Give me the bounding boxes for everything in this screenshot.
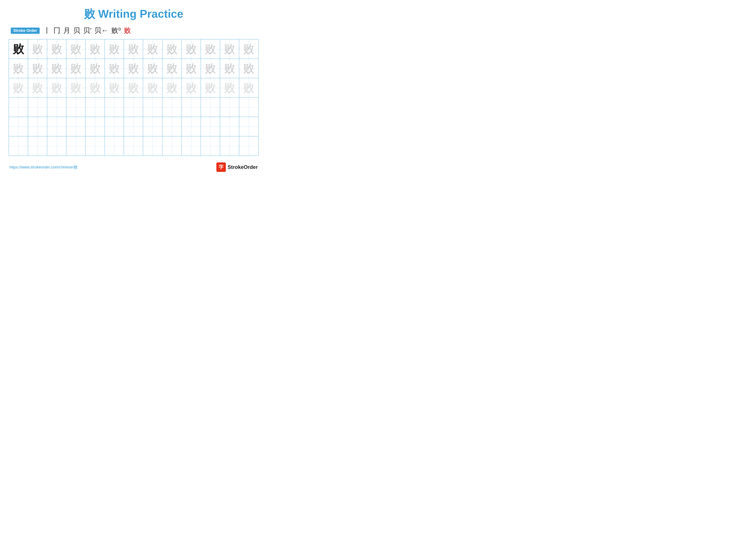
cell-r6-c13[interactable] [239, 136, 258, 156]
stroke-order-row: Stroke Order 丨 冂 月 贝 贝' 贝← 败⁰ 败 [9, 26, 258, 35]
cell-r3-c1[interactable]: 败 [9, 78, 28, 97]
cell-r6-c6[interactable] [105, 136, 124, 156]
cell-r4-c10[interactable] [182, 98, 201, 117]
cell-r1-c11[interactable]: 败 [201, 39, 220, 59]
cell-r2-c8[interactable]: 败 [143, 59, 162, 78]
cell-r4-c5[interactable] [86, 98, 105, 117]
cell-r5-c13[interactable] [239, 117, 258, 136]
cell-r6-c3[interactable] [47, 136, 67, 156]
grid-row-3: 败 败 败 败 败 败 败 败 败 败 败 败 败 [9, 78, 258, 98]
cell-r2-c5[interactable]: 败 [86, 59, 105, 78]
cell-r5-c12[interactable] [220, 117, 239, 136]
cell-r2-c4[interactable]: 败 [67, 59, 86, 78]
cell-r3-c7[interactable]: 败 [124, 78, 143, 97]
footer-url-link[interactable]: https://www.strokeorder.com/chinese/败 [10, 165, 78, 170]
cell-r1-c4[interactable]: 败 [67, 39, 86, 59]
cell-r3-c12[interactable]: 败 [220, 78, 239, 97]
cell-r3-c11[interactable]: 败 [201, 78, 220, 97]
cell-r2-c7[interactable]: 败 [124, 59, 143, 78]
cell-r6-c7[interactable] [124, 136, 143, 156]
stroke-8-final: 败 [124, 26, 131, 35]
cell-r3-c4[interactable]: 败 [67, 78, 86, 97]
cell-r6-c8[interactable] [143, 136, 162, 156]
cell-r5-c5[interactable] [86, 117, 105, 136]
cell-r2-c10[interactable]: 败 [182, 59, 201, 78]
cell-r1-c9[interactable]: 败 [162, 39, 182, 59]
cell-r4-c3[interactable] [47, 98, 67, 117]
stroke-4: 贝 [73, 26, 80, 35]
cell-r6-c4[interactable] [67, 136, 86, 156]
cell-r5-c3[interactable] [47, 117, 67, 136]
cell-r3-c10[interactable]: 败 [182, 78, 201, 97]
cell-r2-c9[interactable]: 败 [162, 59, 182, 78]
cell-r1-c1[interactable]: 败 [9, 39, 28, 59]
cell-r4-c6[interactable] [105, 98, 124, 117]
cell-r1-c7[interactable]: 败 [124, 39, 143, 59]
cell-r5-c10[interactable] [182, 117, 201, 136]
cell-r5-c6[interactable] [105, 117, 124, 136]
cell-r5-c1[interactable] [9, 117, 28, 136]
cell-r6-c9[interactable] [162, 136, 182, 156]
strokeorder-logo-icon: 字 [216, 163, 226, 172]
cell-r1-c5[interactable]: 败 [86, 39, 105, 59]
footer: https://www.strokeorder.com/chinese/败 字 … [9, 163, 258, 172]
cell-r4-c2[interactable] [28, 98, 47, 117]
cell-r5-c11[interactable] [201, 117, 220, 136]
cell-r3-c5[interactable]: 败 [86, 78, 105, 97]
cell-r5-c4[interactable] [67, 117, 86, 136]
cell-r2-c1[interactable]: 败 [9, 59, 28, 78]
stroke-6: 贝← [94, 26, 108, 35]
cell-r5-c8[interactable] [143, 117, 162, 136]
cell-r4-c11[interactable] [201, 98, 220, 117]
stroke-7: 败⁰ [111, 26, 121, 35]
cell-r2-c12[interactable]: 败 [220, 59, 239, 78]
cell-r4-c8[interactable] [143, 98, 162, 117]
cell-r3-c2[interactable]: 败 [28, 78, 47, 97]
cell-r2-c6[interactable]: 败 [105, 59, 124, 78]
cell-r1-c13[interactable]: 败 [239, 39, 258, 59]
grid-row-6 [9, 136, 258, 156]
page-title: 败 Writing Practice [84, 8, 183, 20]
cell-r4-c7[interactable] [124, 98, 143, 117]
cell-r2-c13[interactable]: 败 [239, 59, 258, 78]
stroke-2: 冂 [53, 26, 60, 35]
grid-row-4 [9, 98, 258, 117]
cell-r1-c3[interactable]: 败 [47, 39, 67, 59]
cell-r6-c1[interactable] [9, 136, 28, 156]
cell-r2-c11[interactable]: 败 [201, 59, 220, 78]
cell-r6-c12[interactable] [220, 136, 239, 156]
cell-r6-c2[interactable] [28, 136, 47, 156]
cell-r3-c3[interactable]: 败 [47, 78, 67, 97]
grid-row-2: 败 败 败 败 败 败 败 败 败 败 败 败 败 [9, 59, 258, 78]
cell-r1-c6[interactable]: 败 [105, 39, 124, 59]
footer-logo-text: StrokeOrder [228, 164, 258, 170]
cell-r6-c10[interactable] [182, 136, 201, 156]
cell-r5-c7[interactable] [124, 117, 143, 136]
cell-r4-c4[interactable] [67, 98, 86, 117]
cell-r4-c12[interactable] [220, 98, 239, 117]
practice-grid: 败 败 败 败 败 败 败 败 败 败 败 败 败 败 败 败 败 败 败 败 … [9, 39, 258, 156]
cell-r5-c9[interactable] [162, 117, 182, 136]
cell-r3-c6[interactable]: 败 [105, 78, 124, 97]
stroke-3: 月 [63, 26, 70, 35]
cell-r1-c2[interactable]: 败 [28, 39, 47, 59]
footer-logo: 字 StrokeOrder [216, 163, 258, 172]
cell-r4-c9[interactable] [162, 98, 182, 117]
cell-r1-c12[interactable]: 败 [220, 39, 239, 59]
cell-r1-c10[interactable]: 败 [182, 39, 201, 59]
stroke-5: 贝' [83, 26, 92, 35]
char-r1-c1: 败 [13, 43, 24, 55]
cell-r2-c2[interactable]: 败 [28, 59, 47, 78]
cell-r3-c13[interactable]: 败 [239, 78, 258, 97]
cell-r3-c8[interactable]: 败 [143, 78, 162, 97]
cell-r5-c2[interactable] [28, 117, 47, 136]
cell-r4-c13[interactable] [239, 98, 258, 117]
cell-r1-c8[interactable]: 败 [143, 39, 162, 59]
stroke-1: 丨 [43, 26, 50, 35]
cell-r4-c1[interactable] [9, 98, 28, 117]
cell-r6-c11[interactable] [201, 136, 220, 156]
cell-r3-c9[interactable]: 败 [162, 78, 182, 97]
cell-r6-c5[interactable] [86, 136, 105, 156]
cell-r2-c3[interactable]: 败 [47, 59, 67, 78]
stroke-chars-container: 丨 冂 月 贝 贝' 贝← 败⁰ 败 [43, 26, 131, 35]
